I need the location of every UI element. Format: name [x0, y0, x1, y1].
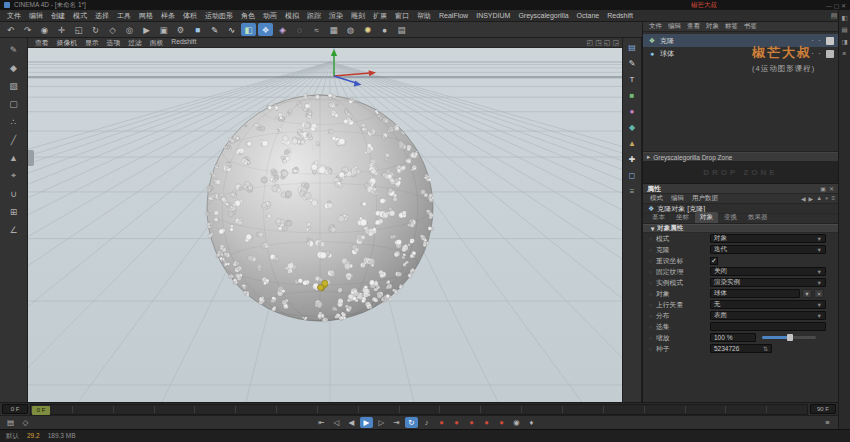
viewport-layout-icon[interactable]: ◳ — [595, 39, 602, 47]
ruler-tick[interactable]: 30F — [276, 406, 317, 413]
viewport-canvas[interactable] — [28, 48, 622, 402]
timeline-start-field[interactable]: 0 F — [2, 404, 28, 414]
last-tool-icon[interactable]: ◇ — [105, 23, 120, 36]
object-tag[interactable] — [826, 37, 834, 45]
visibility-dot-render[interactable]: · — [816, 49, 823, 58]
visibility-dot-editor[interactable]: · — [809, 36, 816, 45]
attributes-nav-icon[interactable]: ▶ — [809, 195, 814, 202]
attr-dropdown[interactable]: 表面▼ — [710, 311, 826, 320]
render-settings-icon[interactable]: ⚙ — [173, 23, 188, 36]
lock-workplane-icon[interactable]: ⊞ — [5, 204, 23, 219]
pen-tool-icon[interactable]: ✎ — [625, 57, 639, 70]
viewport-menu-item[interactable]: 选项 — [103, 38, 125, 48]
spline-icon[interactable]: ∿ — [224, 23, 239, 36]
menu-item[interactable]: 运动图形 — [201, 11, 237, 21]
cloner-tool-icon[interactable]: ◆ — [625, 121, 639, 134]
attr-tab[interactable]: 基本 — [647, 212, 670, 223]
next-frame-button[interactable]: ▷ — [375, 417, 388, 428]
timeline-playhead[interactable]: 0 F — [32, 406, 50, 415]
list-tool-icon[interactable]: ≡ — [625, 185, 639, 198]
ruler-tick[interactable]: 40F — [358, 406, 399, 413]
workplane-icon[interactable]: ▢ — [5, 96, 23, 111]
anim-options-icon[interactable]: ≡ — [821, 417, 834, 428]
axis-mode-icon[interactable]: ⌖ — [5, 168, 23, 183]
menubar-icon[interactable]: ▤ — [831, 12, 838, 20]
effector-tool-icon[interactable]: ▲ — [625, 137, 639, 150]
attr-dropdown[interactable]: 渲染实例▼ — [710, 278, 826, 287]
menu-item[interactable]: 样条 — [157, 11, 179, 21]
goto-start-button[interactable]: ⇤ — [315, 417, 328, 428]
volume-icon[interactable]: ▦ — [326, 23, 341, 36]
move-icon[interactable]: ✛ — [54, 23, 69, 36]
menu-item[interactable]: 文件 — [3, 11, 25, 21]
visibility-dot-editor[interactable]: · — [809, 49, 816, 58]
deformer-icon[interactable]: ◈ — [275, 23, 290, 36]
ruler-tick[interactable]: 10F — [113, 406, 154, 413]
timeline-end-field[interactable]: 90 F — [810, 404, 836, 414]
layout-icon[interactable]: ▤ — [625, 41, 639, 54]
menu-item[interactable]: 窗口 — [391, 11, 413, 21]
anim-dot-icon[interactable]: ○ — [649, 247, 656, 253]
viewport-layout-icon[interactable]: ◱ — [604, 39, 611, 47]
anim-dot-icon[interactable]: ○ — [649, 324, 656, 330]
anim-dot-icon[interactable]: ○ — [649, 258, 656, 264]
ruler-tick[interactable]: 85F — [725, 406, 766, 413]
menu-item[interactable]: Greyscalegorilla — [514, 12, 572, 19]
ruler-tick[interactable]: 5F — [72, 406, 113, 413]
anim-dot-icon[interactable]: ○ — [649, 302, 656, 308]
redo-icon[interactable]: ↷ — [20, 23, 35, 36]
add-tool-icon[interactable]: ✚ — [625, 153, 639, 166]
viewport-menu-item[interactable]: 面板 — [146, 38, 168, 48]
pen-icon[interactable]: ✎ — [207, 23, 222, 36]
make-editable-icon[interactable]: ✎ — [5, 42, 23, 57]
menu-item[interactable]: INSYDIUM — [472, 12, 514, 19]
menu-item[interactable]: 跟踪 — [303, 11, 325, 21]
attr-checkbox[interactable]: ✓ — [710, 257, 718, 265]
cube-tool-icon[interactable]: ■ — [625, 89, 639, 102]
render-picture-viewer-icon[interactable]: ▣ — [156, 23, 171, 36]
attributes-section-header[interactable]: ▾ 对象属性 — [643, 224, 838, 233]
menu-item[interactable]: 编辑 — [25, 11, 47, 21]
attr-dropdown[interactable]: 迭代▼ — [710, 245, 826, 254]
attr-number-field[interactable]: 5234726⇅ — [710, 344, 772, 353]
camera-icon[interactable]: ◍ — [343, 23, 358, 36]
cloner-sphere-object[interactable] — [205, 94, 434, 323]
undo-icon[interactable]: ↶ — [3, 23, 18, 36]
record-position-toggle[interactable]: ● — [450, 417, 463, 428]
menu-item[interactable]: 工具 — [113, 11, 135, 21]
ruler-tick[interactable]: 70F — [603, 406, 644, 413]
menu-item[interactable]: 创建 — [47, 11, 69, 21]
attr-tab[interactable]: 对象 — [695, 212, 718, 223]
attr-dropdown[interactable]: 对象▼ — [710, 234, 826, 243]
snap-icon[interactable]: ∪ — [5, 186, 23, 201]
material-icon[interactable]: ● — [377, 23, 392, 36]
attr-text-field[interactable] — [710, 322, 826, 331]
rotate-icon[interactable]: ↻ — [88, 23, 103, 36]
ruler-tick[interactable]: 65F — [562, 406, 603, 413]
ruler-tick[interactable]: 45F — [399, 406, 440, 413]
menu-item[interactable]: Octane — [573, 12, 604, 19]
ruler-tick[interactable]: 15F — [154, 406, 195, 413]
menu-item[interactable]: RealFlow — [435, 12, 472, 19]
attributes-nav-icon[interactable]: ⌖ — [825, 195, 828, 202]
menu-item[interactable]: 选择 — [91, 11, 113, 21]
object-manager-menu-item[interactable]: 编辑 — [665, 22, 684, 31]
object-row[interactable]: ●球体·· — [643, 47, 838, 60]
menu-item[interactable]: 体积 — [179, 11, 201, 21]
anim-dot-icon[interactable]: ○ — [649, 313, 656, 319]
menu-item[interactable]: 帮助 — [413, 11, 435, 21]
edges-mode-icon[interactable]: ╱ — [5, 132, 23, 147]
window-controls[interactable]: — ▢ ✕ — [826, 2, 846, 9]
attr-link-field[interactable]: 球体 — [710, 289, 800, 298]
viewport-menu-item[interactable]: 查看 — [31, 38, 53, 48]
attributes-nav-icon[interactable]: ◀ — [801, 195, 806, 202]
menu-item[interactable]: 动画 — [259, 11, 281, 21]
live-selection-icon[interactable]: ◉ — [37, 23, 52, 36]
palette-icon[interactable]: ▤ — [841, 26, 847, 34]
viewport-menu-item[interactable]: Redshift — [167, 38, 200, 48]
sound-button[interactable]: ♪ — [420, 417, 433, 428]
ruler-tick[interactable]: 55F — [480, 406, 521, 413]
menu-item[interactable]: 扩展 — [369, 11, 391, 21]
ruler-tick[interactable]: 35F — [317, 406, 358, 413]
add-cube-icon[interactable]: ■ — [190, 23, 205, 36]
